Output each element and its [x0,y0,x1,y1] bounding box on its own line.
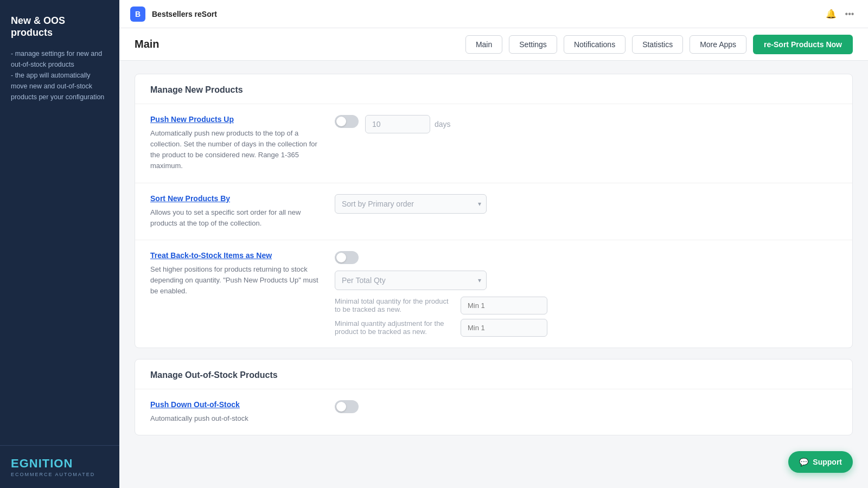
notifications-nav-button[interactable]: Notifications [564,35,626,54]
sort-by-dropdown-wrap: Sort by Primary order Sort by Best Selli… [335,194,487,214]
resort-products-button[interactable]: re-Sort Products Now [753,35,853,54]
min-adj-wrap: Minimal quantity adjustment for the prod… [335,319,837,337]
back-to-stock-row: Treat Back-to-Stock Items as New Set hig… [135,240,852,348]
push-down-label[interactable]: Push Down Out-of-Stock [150,400,324,409]
push-up-toggle[interactable] [335,115,359,128]
bell-icon[interactable]: 🔔 [824,7,839,22]
push-up-label[interactable]: Push New Products Up [150,115,324,124]
back-to-stock-control: Per Total Qty Per Added Qty ▾ Minimal to… [335,251,837,337]
app-name: Bestsellers reSort [152,10,817,18]
back-to-stock-desc: Set higher positions for products return… [150,264,324,297]
back-to-stock-toggle-wrap [335,251,837,264]
page-title: Main [135,38,459,50]
push-down-toggle-wrap [335,400,359,413]
sidebar-title: New & OOS products [11,15,108,38]
push-up-desc: Automatically push new products to the t… [150,128,324,172]
brand-logo: EGNITION ECOMMERCE AUTOMATED [11,457,108,477]
min-total-wrap: Minimal total quantity for the product t… [335,297,837,314]
min-total-input[interactable] [461,297,547,314]
sort-by-info: Sort New Products By Allows you to set a… [150,194,324,229]
brand-tagline: ECOMMERCE AUTOMATED [11,472,108,477]
min-inputs-wrap: Minimal total quantity for the product t… [335,297,837,337]
back-to-stock-info: Treat Back-to-Stock Items as New Set hig… [150,251,324,297]
sort-by-control: Sort by Primary order Sort by Best Selli… [335,194,837,214]
more-apps-nav-button[interactable]: More Apps [690,35,746,54]
content-area: Manage New Products Push New Products Up… [119,61,868,488]
page-header: Main Main Settings Notifications Statist… [119,28,868,61]
statistics-nav-button[interactable]: Statistics [632,35,683,54]
manage-new-title: Manage New Products [135,74,852,104]
sidebar-desc: - manage settings for new and out-of-sto… [11,48,108,102]
main-area: B Bestsellers reSort 🔔 ••• Main Main Set… [119,0,868,488]
push-up-row: Push New Products Up Automatically push … [135,104,852,183]
back-to-stock-toggle[interactable] [335,251,359,264]
sort-by-dropdown[interactable]: Sort by Primary order Sort by Best Selli… [335,194,487,214]
push-down-row: Push Down Out-of-Stock Automatically pus… [135,389,852,435]
min-adj-input[interactable] [461,319,547,337]
support-label: Support [813,458,842,466]
settings-nav-button[interactable]: Settings [509,35,557,54]
app-icon: B [130,7,145,22]
push-down-toggle[interactable] [335,400,359,413]
push-up-days-wrap: days [365,115,451,133]
quantity-dropdown-wrap: Per Total Qty Per Added Qty ▾ [335,271,487,290]
push-up-toggle-wrap [335,115,359,128]
min-total-desc: Minimal total quantity for the product t… [335,297,454,313]
more-options-icon[interactable]: ••• [842,7,857,22]
sidebar: New & OOS products - manage settings for… [0,0,119,488]
manage-oos-section: Manage Out-of-Stock Products Push Down O… [135,359,853,435]
push-up-info: Push New Products Up Automatically push … [150,115,324,172]
sort-by-desc: Allows you to set a specific sort order … [150,207,324,229]
push-down-desc: Automatically push out-of-stock [150,413,324,424]
manage-oos-title: Manage Out-of-Stock Products [135,359,852,389]
topbar: B Bestsellers reSort 🔔 ••• [119,0,868,28]
push-up-control: days [335,115,837,133]
manage-new-section: Manage New Products Push New Products Up… [135,74,853,348]
back-to-stock-label[interactable]: Treat Back-to-Stock Items as New [150,251,324,260]
min-adj-desc: Minimal quantity adjustment for the prod… [335,319,454,336]
push-down-control [335,400,837,413]
quantity-dropdown[interactable]: Per Total Qty Per Added Qty [335,271,487,290]
support-button[interactable]: 💬 Support [788,451,853,473]
days-label: days [435,120,451,129]
topbar-actions: 🔔 ••• [824,7,857,22]
main-nav-button[interactable]: Main [465,35,502,54]
push-up-days-input[interactable] [365,115,430,133]
sort-by-label[interactable]: Sort New Products By [150,194,324,203]
sort-by-row: Sort New Products By Allows you to set a… [135,183,852,240]
push-down-info: Push Down Out-of-Stock Automatically pus… [150,400,324,424]
support-icon: 💬 [799,458,808,466]
